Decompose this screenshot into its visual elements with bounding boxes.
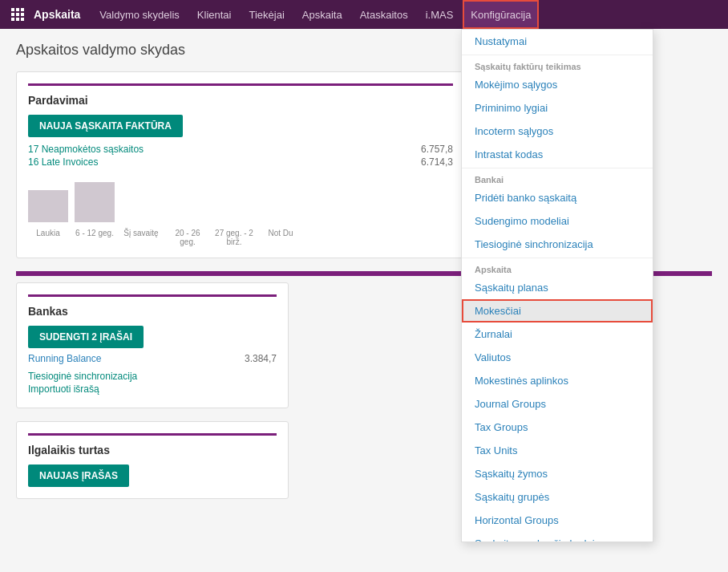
stat-value-1: 6.757,8 [421,144,453,155]
dropdown-saskaitu-grupes[interactable]: Sąskaitų grupės [462,485,653,509]
divider-2 [462,168,653,168]
chart-label-4: 20 - 26 geg. [168,229,208,246]
apps-icon[interactable] [6,3,29,26]
dropdown-sudengimo[interactable]: Sudengimo modeliai [462,209,653,233]
bankas-title: Bankas [28,305,68,318]
pardavimai-title: Pardavimai [28,94,88,107]
dropdown-valiutos[interactable]: Valiutos [462,346,653,369]
svg-rect-2 [21,8,24,11]
chart-label-6: Not Du [261,229,301,246]
dropdown-saskaitos-mokescio[interactable]: Sąskaitos mokesčio kodai [462,532,653,542]
section-saskaitu: Sąskaitų faktūrų teikimas [462,57,653,73]
pardavimai-stats: 17 Neapmokėtos sąskaitos 6.757,8 16 Late… [28,144,453,168]
chart-labels: Laukia 6 - 12 geg. Šį savaitę 20 - 26 ge… [28,229,453,246]
svg-rect-0 [11,8,14,11]
ilgalaikis-header: Ilgalaikis turtas [28,444,277,456]
stat-label-2[interactable]: 16 Late Invoices [28,156,98,168]
svg-rect-6 [11,18,14,21]
nav-item-konfiguracija[interactable]: Konfigūracija [463,0,539,29]
nav-item-apskaita[interactable]: Apskaita [294,0,350,29]
ilgalaikis-title-bar [28,433,277,436]
chart-bar-1 [28,190,68,222]
section-apskaita: Apskaita [462,260,653,276]
sync-link[interactable]: Tiesioginė sinchronizacija [28,371,277,382]
bankas-card: Bankas SUDENGTI 2 ĮRAŠAI Running Balance… [16,282,289,408]
nav-item-valdymo[interactable]: Valdymo skydelis [91,0,187,29]
pardavimai-card: Pardavimai NAUJA SĄSKAITA FAKTŪRA 17 Nea… [16,71,465,258]
svg-rect-3 [11,13,14,16]
dropdown-nustatymai[interactable]: Nustatymai [462,30,653,53]
stat-value-2: 6.714,3 [421,156,453,168]
dropdown-tiesiogine[interactable]: Tiesioginė sinchronizacija [462,233,653,256]
dropdown-mokesciai[interactable]: Mokesčiai [462,299,653,323]
bankas-title-bar [28,294,277,297]
nav-item-klientai[interactable]: Klientai [189,0,240,29]
divider-1 [462,55,653,55]
nav-brand[interactable]: Apskaita [34,8,80,21]
dropdown-tax-units[interactable]: Tax Units [462,439,653,462]
dropdown-priminimo[interactable]: Priminimo lygiai [462,96,653,120]
section-bankai: Bankai [462,170,653,186]
bankas-links: Tiesioginė sinchronizacija Importuoti iš… [28,371,277,395]
dropdown-menu: Nustatymai Sąskaitų faktūrų teikimas Mok… [461,29,653,542]
top-nav: Apskaita Valdymo skydelis Klientai Tiekė… [0,0,728,29]
running-balance-row: Running Balance 3.384,7 [28,353,277,364]
dropdown-horizontal-groups[interactable]: Horizontal Groups [462,509,653,532]
chart-label-5: 27 geg. - 2 birž. [214,229,254,246]
stat-row-1: 17 Neapmokėtos sąskaitos 6.757,8 [28,144,453,155]
nav-item-tiekejai[interactable]: Tiekėjai [241,0,292,29]
chart-label-3: Šį savaitę [121,229,161,246]
svg-rect-5 [21,13,24,16]
ilgalaikis-title: Ilgalaikis turtas [28,444,110,456]
stat-label-1[interactable]: 17 Neapmokėtos sąskaitos [28,144,144,155]
nav-item-imas[interactable]: i.MAS [418,0,462,29]
new-entry-button[interactable]: NAUJAS ĮRAŠAS [28,464,129,487]
pardavimai-title-bar [28,83,453,86]
new-invoice-button[interactable]: NAUJA SĄSKAITA FAKTŪRA [28,115,183,137]
dropdown-zurnalai[interactable]: Žurnalai [462,323,653,346]
dropdown-saskaitu-zymos[interactable]: Sąskaitų žymos [462,462,653,485]
dropdown-intrastat[interactable]: Intrastat kodas [462,143,653,166]
sudengti-button[interactable]: SUDENGTI 2 ĮRAŠAI [28,326,144,348]
svg-rect-8 [21,18,24,21]
dropdown-mokestines[interactable]: Mokestinės aplinkos [462,369,653,392]
dropdown-saskaitu-planas[interactable]: Sąskaitų planas [462,276,653,299]
divider-3 [462,258,653,258]
dropdown-incoterm[interactable]: Incoterm sąlygos [462,120,653,143]
pardavimai-header: Pardavimai [28,94,453,107]
ilgalaikis-card: Ilgalaikis turtas NAUJAS ĮRAŠAS [16,421,289,499]
svg-rect-1 [16,8,19,11]
chart-bar-2 [75,182,115,222]
nav-item-ataskaitos[interactable]: Ataskaitos [352,0,416,29]
running-balance-value: 3.384,7 [245,353,277,364]
dropdown-journal-groups[interactable]: Journal Groups [462,392,653,416]
import-link[interactable]: Importuoti išrašą [28,383,277,395]
chart-label-2: 6 - 12 geg. [75,229,115,246]
svg-rect-7 [16,18,19,21]
pardavimai-chart [28,174,453,222]
stat-row-2: 16 Late Invoices 6.714,3 [28,156,453,168]
bankas-header: Bankas [28,305,277,318]
dropdown-prideti[interactable]: Pridėti banko sąskaitą [462,186,653,209]
running-balance-label[interactable]: Running Balance [28,353,101,364]
svg-rect-4 [16,13,19,16]
dropdown-tax-groups[interactable]: Tax Groups [462,416,653,439]
chart-label-1: Laukia [28,229,68,246]
dropdown-mokejimo[interactable]: Mokėjimo sąlygos [462,73,653,96]
